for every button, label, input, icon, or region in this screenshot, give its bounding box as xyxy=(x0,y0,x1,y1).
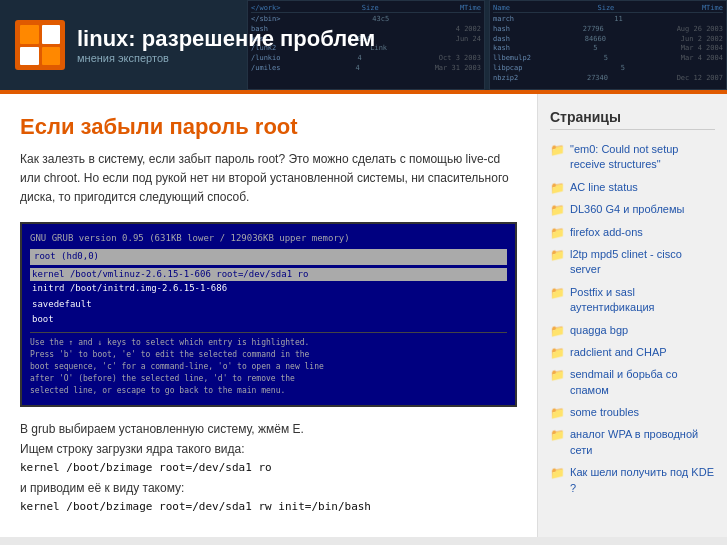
content-area: Если забыли пароль root Как залезть в си… xyxy=(0,94,537,537)
terminal-screenshot: GNU GRUB version 0.95 (631KB lower / 129… xyxy=(20,222,517,407)
grub-header: GNU GRUB version 0.95 (631KB lower / 129… xyxy=(30,232,507,246)
folder-icon-5: 📁 xyxy=(550,286,565,300)
sidebar-link-2[interactable]: DL360 G4 и проблемы xyxy=(570,202,684,217)
sidebar-item-11: 📁Как шели получить под KDE ? xyxy=(550,465,715,496)
sidebar-title: Страницы xyxy=(550,109,715,130)
sidebar-item-5: 📁Postfix и sasl аутентификация xyxy=(550,285,715,316)
sidebar-item-10: 📁аналог WPA в проводной сети xyxy=(550,427,715,458)
grub-help-line-5: selected line, or escape to go back to t… xyxy=(30,385,507,397)
sidebar-link-7[interactable]: radclient and CHAP xyxy=(570,345,667,360)
folder-icon-3: 📁 xyxy=(550,226,565,240)
grub-help: Use the ↑ and ↓ keys to select which ent… xyxy=(30,337,507,397)
folder-icon-11: 📁 xyxy=(550,466,565,480)
folder-icon-1: 📁 xyxy=(550,181,565,195)
post-text-2: Ищем строку загрузки ядра такого вида: xyxy=(20,439,517,459)
sidebar-item-4: 📁l2tp mpd5 clinet - cisco server xyxy=(550,247,715,278)
sidebar-items: 📁"em0: Could not setup receive structure… xyxy=(550,142,715,496)
grub-entry-1: kernel /boot/vmlinuz-2.6.15-1-606 root=/… xyxy=(30,268,507,282)
post-text-3: и приводим её к виду такому: xyxy=(20,478,517,498)
sidebar-item-0: 📁"em0: Could not setup receive structure… xyxy=(550,142,715,173)
terminal-col-right: NameSizeMTime march11 hash27796Aug 26 20… xyxy=(489,0,727,90)
sidebar-item-6: 📁quagga bgp xyxy=(550,323,715,338)
page-intro: Как залезть в систему, если забыт пароль… xyxy=(20,150,517,208)
logo-area: linux: разрешение проблем мнения эксперт… xyxy=(15,20,375,70)
page-title: Если забыли пароль root xyxy=(20,114,517,140)
logo-square-2 xyxy=(42,25,61,44)
logo-text: linux: разрешение проблем мнения эксперт… xyxy=(77,26,375,64)
sidebar-link-10[interactable]: аналог WPA в проводной сети xyxy=(570,427,715,458)
sidebar-item-7: 📁radclient and CHAP xyxy=(550,345,715,360)
sidebar-link-3[interactable]: firefox add-ons xyxy=(570,225,643,240)
post-text-1: В grub выбираем установленную систему, ж… xyxy=(20,419,517,439)
sidebar-link-0[interactable]: "em0: Could not setup receive structures… xyxy=(570,142,715,173)
sidebar-link-9[interactable]: some troubles xyxy=(570,405,639,420)
logo-square-3 xyxy=(20,47,39,66)
grub-help-line-2: Press 'b' to boot, 'e' to edit the selec… xyxy=(30,349,507,361)
grub-help-line-3: boot sequence, 'c' for a command-line, '… xyxy=(30,361,507,373)
code-line-2: kernel /boot/bzimage root=/dev/sda1 rw i… xyxy=(20,498,517,517)
sidebar-link-1[interactable]: AC line status xyxy=(570,180,638,195)
folder-icon-7: 📁 xyxy=(550,346,565,360)
folder-icon-0: 📁 xyxy=(550,143,565,157)
grub-help-line-1: Use the ↑ and ↓ keys to select which ent… xyxy=(30,337,507,349)
grub-help-line-4: after 'O' (before) the selected line, 'd… xyxy=(30,373,507,385)
sidebar-link-4[interactable]: l2tp mpd5 clinet - cisco server xyxy=(570,247,715,278)
main-layout: Если забыли пароль root Как залезть в си… xyxy=(0,94,727,537)
folder-icon-4: 📁 xyxy=(550,248,565,262)
sidebar-item-2: 📁DL360 G4 и проблемы xyxy=(550,202,715,217)
folder-icon-9: 📁 xyxy=(550,406,565,420)
sidebar-item-9: 📁some troubles xyxy=(550,405,715,420)
grub-entry-4: boot xyxy=(30,312,507,328)
code-line-1: kernel /boot/bzimage root=/dev/sda1 ro xyxy=(20,459,517,478)
sidebar-link-5[interactable]: Postfix и sasl аутентификация xyxy=(570,285,715,316)
header: </work>SizeMTime </sbin>43c5 bash4 2002 … xyxy=(0,0,727,90)
site-title: linux: разрешение проблем xyxy=(77,26,375,52)
folder-icon-2: 📁 xyxy=(550,203,565,217)
logo-icon xyxy=(15,20,65,70)
sidebar-item-1: 📁AC line status xyxy=(550,180,715,195)
grub-separator xyxy=(30,332,507,333)
post-terminal-text: В grub выбираем установленную систему, ж… xyxy=(20,419,517,518)
sidebar-link-6[interactable]: quagga bgp xyxy=(570,323,628,338)
sidebar-item-8: 📁sendmail и борьба со спамом xyxy=(550,367,715,398)
grub-title-bar: root (hd0,0) xyxy=(30,249,507,265)
site-subtitle: мнения экспертов xyxy=(77,52,375,64)
folder-icon-10: 📁 xyxy=(550,428,565,442)
sidebar-link-11[interactable]: Как шели получить под KDE ? xyxy=(570,465,715,496)
grub-entry-3: savedefault xyxy=(30,297,507,313)
logo-square-4 xyxy=(42,47,61,66)
sidebar-item-3: 📁firefox add-ons xyxy=(550,225,715,240)
folder-icon-6: 📁 xyxy=(550,324,565,338)
sidebar: Страницы 📁"em0: Could not setup receive … xyxy=(537,94,727,537)
grub-entry-2: initrd /boot/initrd.img-2.6.15-1-686 xyxy=(30,281,507,297)
folder-icon-8: 📁 xyxy=(550,368,565,382)
sidebar-link-8[interactable]: sendmail и борьба со спамом xyxy=(570,367,715,398)
logo-square-1 xyxy=(20,25,39,44)
